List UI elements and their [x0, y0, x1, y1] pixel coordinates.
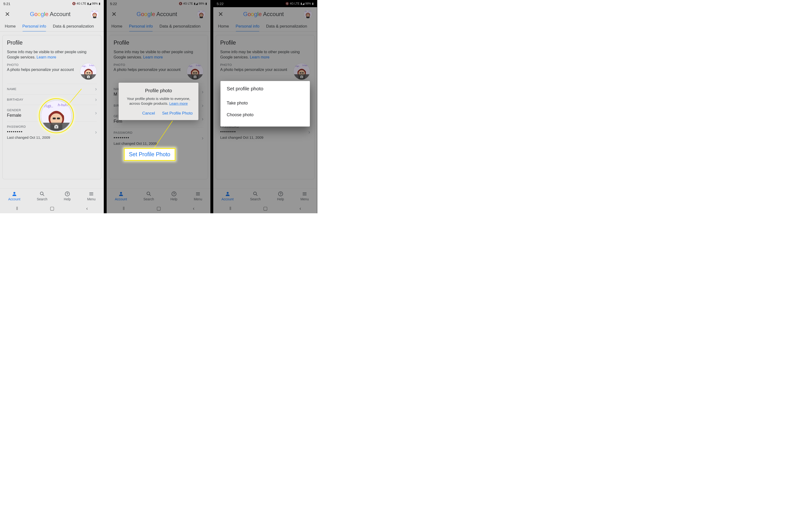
- profile-card: Profile Some info may be visible to othe…: [2, 35, 101, 179]
- avatar[interactable]: [197, 10, 206, 19]
- cancel-button[interactable]: Cancel: [142, 111, 155, 116]
- photo-row[interactable]: PHOTO A photo helps personalize your acc…: [7, 60, 97, 84]
- chevron-right-icon: ›: [95, 97, 97, 103]
- gender-value: Female: [7, 113, 97, 118]
- page-title: Google Account: [117, 11, 197, 18]
- status-icons: 🔇4G LTE▮◢98%▮: [179, 2, 207, 5]
- battery-icon: ▮: [99, 2, 100, 5]
- tab-personal-info[interactable]: Personal info: [22, 24, 46, 29]
- recents-button[interactable]: ⦀: [16, 206, 18, 211]
- bottom-nav: Account Search Help Menu: [0, 188, 104, 203]
- app-bar: ✕ Google Account: [0, 7, 104, 21]
- chevron-right-icon: ›: [95, 86, 97, 92]
- tab-home[interactable]: Home: [218, 24, 229, 29]
- password-label: PASSWORD: [7, 125, 97, 129]
- system-nav: ⦀ ▢ ‹: [0, 203, 104, 213]
- phone-screen-1: 5:21 🔇 4G LTE ▮◢ 98% ▮ ✕ Google Account …: [0, 0, 104, 213]
- status-time: 5:21: [3, 2, 10, 6]
- status-bar: 5:21 🔇 4G LTE ▮◢ 98% ▮: [0, 0, 104, 7]
- password-changed: Last changed Oct 11, 2009: [7, 135, 97, 139]
- battery-text: 98%: [92, 2, 98, 5]
- close-icon[interactable]: ✕: [111, 10, 117, 18]
- status-icons: 🔇 4G LTE ▮◢ 98% ▮: [72, 2, 101, 5]
- nav-account[interactable]: Account: [8, 191, 20, 201]
- close-icon[interactable]: ✕: [5, 10, 10, 18]
- nav-help[interactable]: Help: [64, 191, 71, 201]
- nav-search[interactable]: Search: [250, 191, 260, 201]
- photo-label: PHOTO: [7, 63, 75, 67]
- name-row[interactable]: NAME ›: [7, 84, 97, 94]
- lte-icon: 4G LTE: [77, 2, 86, 5]
- status-bar: 5:22 🔇4G LTE▮◢98%▮: [213, 0, 317, 7]
- password-value: [7, 130, 97, 135]
- gender-label: GENDER: [7, 108, 97, 112]
- nav-search[interactable]: Search: [37, 191, 47, 201]
- tab-personal-info[interactable]: Personal info: [129, 24, 153, 29]
- tab-data-personalization[interactable]: Data & personalization: [53, 24, 94, 29]
- dialog-body: Your profile photo is visible to everyon…: [124, 96, 193, 106]
- status-time: 5:22: [110, 2, 117, 6]
- tab-data-personalization[interactable]: Data & personalization: [160, 24, 201, 29]
- nav-help[interactable]: Help: [277, 191, 284, 201]
- profile-photo[interactable]: [80, 63, 97, 80]
- nav-menu[interactable]: Menu: [301, 191, 309, 201]
- choose-photo-option[interactable]: Choose photo: [227, 109, 304, 121]
- mute-icon: 🔇: [72, 2, 76, 5]
- profile-heading: Profile: [7, 40, 97, 46]
- photo-desc: A photo helps personalize your account: [7, 68, 75, 72]
- phone-screen-3: 5:22 🔇4G LTE▮◢98%▮ ✕ Google Account Home…: [213, 0, 317, 213]
- tab-bar: Home Personal info Data & personalizatio…: [0, 21, 104, 32]
- chevron-right-icon: ›: [95, 129, 97, 135]
- close-icon[interactable]: ✕: [218, 10, 223, 18]
- tab-home[interactable]: Home: [5, 24, 16, 29]
- gender-row[interactable]: GENDER Female ›: [7, 105, 97, 121]
- nav-search[interactable]: Search: [143, 191, 154, 201]
- home-button[interactable]: ▢: [50, 205, 54, 211]
- learn-more-link[interactable]: Learn more: [169, 101, 188, 106]
- nav-menu[interactable]: Menu: [194, 191, 202, 201]
- avatar[interactable]: [304, 10, 312, 19]
- name-label: NAME: [7, 87, 97, 91]
- status-time: 5:22: [217, 2, 224, 6]
- status-bar: 5:22 🔇4G LTE▮◢98%▮: [107, 0, 210, 7]
- nav-menu[interactable]: Menu: [87, 191, 96, 201]
- take-photo-option[interactable]: Take photo: [227, 97, 304, 109]
- password-row[interactable]: PASSWORD Last changed Oct 11, 2009 ›: [7, 121, 97, 143]
- learn-more-link[interactable]: Learn more: [37, 55, 56, 59]
- tab-data-personalization[interactable]: Data & personalization: [266, 24, 307, 29]
- profile-photo-dialog: Profile photo Your profile photo is visi…: [119, 83, 199, 120]
- nav-help[interactable]: Help: [170, 191, 177, 201]
- phone-screen-2: 5:22 🔇4G LTE▮◢98%▮ ✕ Google Account Home…: [107, 0, 210, 213]
- sheet-title: Set profile photo: [227, 86, 304, 92]
- set-profile-photo-sheet: Set profile photo Take photo Choose phot…: [221, 81, 310, 126]
- nav-account[interactable]: Account: [222, 191, 234, 201]
- signal-icon: ▮◢: [87, 2, 91, 5]
- dialog-title: Profile photo: [124, 88, 193, 93]
- chevron-right-icon: ›: [95, 110, 97, 116]
- avatar[interactable]: [90, 10, 99, 19]
- set-profile-photo-button[interactable]: Set Profile Photo: [162, 111, 193, 116]
- birthday-label: BIRTHDAY: [7, 98, 97, 101]
- back-button[interactable]: ‹: [86, 206, 88, 211]
- camera-icon: [80, 74, 97, 79]
- page-title: Google Account: [10, 11, 90, 18]
- nav-account[interactable]: Account: [115, 191, 127, 201]
- birthday-row[interactable]: BIRTHDAY ›: [7, 94, 97, 105]
- tab-home[interactable]: Home: [111, 24, 122, 29]
- profile-intro: Some info may be visible to other people…: [7, 49, 97, 60]
- tab-personal-info[interactable]: Personal info: [235, 24, 259, 29]
